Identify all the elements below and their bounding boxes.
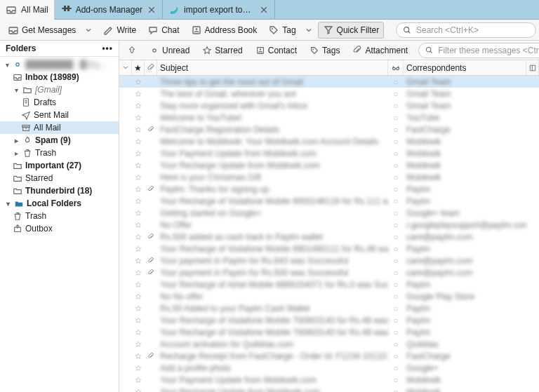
folder-inbox[interactable]: Inbox (18989) bbox=[0, 71, 119, 83]
message-row[interactable]: Your Recharge of Vodafone Mobile 7008031… bbox=[119, 326, 539, 338]
folder-starred[interactable]: Starred bbox=[0, 172, 119, 184]
message-row[interactable]: Add a profile photo○Google+ bbox=[119, 362, 539, 374]
column-picker[interactable] bbox=[526, 60, 539, 75]
read-indicator[interactable]: ○ bbox=[388, 316, 404, 325]
read-indicator[interactable]: ○ bbox=[388, 173, 404, 182]
star-icon[interactable] bbox=[132, 364, 145, 372]
read-indicator[interactable]: ○ bbox=[388, 280, 404, 290]
read-indicator[interactable]: ○ bbox=[388, 232, 404, 242]
message-row[interactable]: No No offer○Google Play Store bbox=[119, 290, 539, 302]
folder-local-trash[interactable]: Trash bbox=[0, 210, 119, 222]
qf-tags[interactable]: Tags bbox=[305, 43, 345, 58]
read-indicator[interactable]: ○ bbox=[388, 161, 404, 170]
star-icon[interactable] bbox=[132, 233, 145, 241]
star-icon[interactable] bbox=[132, 221, 145, 229]
star-icon[interactable] bbox=[132, 209, 145, 217]
col-attachment[interactable] bbox=[145, 60, 157, 75]
read-indicator[interactable]: ○ bbox=[388, 101, 404, 111]
message-row[interactable]: Account activation for Quikklas.com○Quik… bbox=[119, 338, 539, 350]
read-indicator[interactable]: ○ bbox=[388, 339, 404, 349]
folder-gmail[interactable]: ▾ [Gmail] bbox=[0, 83, 119, 96]
message-row[interactable]: Rs.50 Added to your Paytm Cash Wallet○Pa… bbox=[119, 302, 539, 314]
twisty-icon[interactable]: ▸ bbox=[13, 137, 20, 144]
read-indicator[interactable]: ○ bbox=[388, 292, 404, 302]
read-indicator[interactable]: ○ bbox=[388, 363, 404, 373]
read-indicator[interactable]: ○ bbox=[388, 304, 404, 313]
twisty-icon[interactable]: ▾ bbox=[13, 86, 20, 94]
star-icon[interactable] bbox=[132, 376, 145, 384]
star-icon[interactable] bbox=[132, 245, 145, 253]
message-row[interactable]: Your Recharge Update from Mobikwik.com○M… bbox=[119, 159, 539, 171]
message-list[interactable]: Three tips to get the most out of Gmail○… bbox=[119, 76, 539, 392]
read-indicator[interactable]: ○ bbox=[388, 125, 404, 135]
folder-pane-options[interactable]: ••• bbox=[102, 43, 113, 53]
star-icon[interactable] bbox=[132, 137, 145, 146]
message-row[interactable]: Stay more organized with Gmail's inbox○G… bbox=[119, 100, 539, 111]
message-row[interactable]: Your Recharge of Airtel Mobile 888915407… bbox=[119, 278, 539, 290]
get-messages-dropdown[interactable] bbox=[81, 23, 96, 37]
folder-trash[interactable]: ▸ Trash bbox=[0, 147, 119, 159]
account-local-folders[interactable]: ▾ Local Folders bbox=[0, 197, 119, 210]
read-indicator[interactable]: ○ bbox=[388, 351, 404, 361]
read-indicator[interactable]: ○ bbox=[388, 184, 404, 194]
tab-import-export-search[interactable]: import export tools :: Search bbox=[163, 0, 275, 20]
write-button[interactable]: Write bbox=[98, 22, 141, 39]
tag-button[interactable]: Tag bbox=[263, 22, 300, 39]
star-icon[interactable] bbox=[132, 328, 145, 337]
star-icon[interactable] bbox=[132, 114, 145, 122]
star-icon[interactable] bbox=[132, 173, 145, 182]
col-read[interactable] bbox=[388, 60, 404, 75]
message-row[interactable]: FastCharge Registration Details○FastChar… bbox=[119, 123, 539, 135]
star-icon[interactable] bbox=[132, 316, 145, 325]
read-indicator[interactable]: ○ bbox=[388, 113, 404, 123]
star-icon[interactable] bbox=[132, 149, 145, 158]
read-indicator[interactable]: ○ bbox=[388, 244, 404, 254]
get-messages-button[interactable]: Get Messages bbox=[3, 22, 81, 39]
message-row[interactable]: Recharge Receipt from FastCharge - Order… bbox=[119, 350, 539, 362]
star-icon[interactable] bbox=[132, 126, 145, 134]
read-indicator[interactable]: ○ bbox=[388, 387, 404, 393]
tab-addons-manager[interactable]: Add-ons Manager bbox=[55, 0, 163, 20]
twisty-icon[interactable]: ▾ bbox=[4, 61, 10, 69]
twisty-icon[interactable]: ▾ bbox=[4, 200, 11, 208]
read-indicator[interactable]: ○ bbox=[388, 268, 404, 278]
read-indicator[interactable]: ○ bbox=[388, 196, 404, 206]
star-icon[interactable] bbox=[132, 388, 145, 393]
folder-sent-mail[interactable]: Sent Mail bbox=[0, 109, 119, 121]
global-search-input[interactable] bbox=[416, 25, 530, 35]
star-icon[interactable] bbox=[132, 340, 145, 349]
message-row[interactable]: Your payment in Paytm for Rs.500 was Suc… bbox=[119, 266, 539, 278]
star-icon[interactable] bbox=[132, 304, 145, 313]
message-row[interactable]: No Offer○r.googleplaysupport@paytm.com bbox=[119, 219, 539, 231]
read-indicator[interactable]: ○ bbox=[388, 256, 404, 266]
global-search[interactable] bbox=[396, 22, 536, 38]
qf-starred[interactable]: Starred bbox=[197, 43, 247, 58]
read-indicator[interactable]: ○ bbox=[388, 375, 404, 385]
star-icon[interactable] bbox=[132, 269, 145, 277]
qf-contact[interactable]: Contact bbox=[251, 43, 302, 58]
message-row[interactable]: Rs.500 added as cash back in Paytm walle… bbox=[119, 231, 539, 243]
col-subject[interactable]: Subject bbox=[157, 60, 388, 75]
message-filter-input[interactable] bbox=[438, 46, 539, 55]
message-row[interactable]: Welcome to Mobikwik: Your Mobikwik.com A… bbox=[119, 135, 539, 147]
chat-button[interactable]: Chat bbox=[142, 22, 184, 39]
star-icon[interactable] bbox=[132, 281, 145, 289]
star-icon[interactable] bbox=[132, 257, 145, 265]
message-row[interactable]: Your Payment Update from Mobikwik.com○Mo… bbox=[119, 147, 539, 159]
folder-important[interactable]: Important (27) bbox=[0, 159, 119, 172]
tag-dropdown[interactable] bbox=[301, 23, 317, 37]
quick-filter-button[interactable]: Quick Filter bbox=[318, 22, 385, 39]
account-row[interactable]: ▾ ████████ · █@gmail.com bbox=[0, 58, 119, 71]
star-icon[interactable] bbox=[132, 161, 145, 170]
folder-spam[interactable]: ▸ Spam (9) bbox=[0, 134, 119, 147]
qf-attachment[interactable]: Attachment bbox=[347, 43, 413, 58]
col-star[interactable]: ★ bbox=[132, 60, 145, 75]
message-row[interactable]: Your Recharge of Vodafone Mobile 8801480… bbox=[119, 243, 539, 255]
message-row[interactable]: Getting started on Google+○Google+ team bbox=[119, 207, 539, 219]
address-book-button[interactable]: Address Book bbox=[186, 22, 262, 39]
folder-outbox[interactable]: Outbox bbox=[0, 222, 119, 235]
read-indicator[interactable]: ○ bbox=[388, 137, 404, 147]
message-row[interactable]: Paytm: Thanks for signing up○Paytm bbox=[119, 183, 539, 195]
close-icon[interactable] bbox=[147, 5, 157, 15]
qf-unread[interactable]: Unread bbox=[145, 43, 194, 58]
